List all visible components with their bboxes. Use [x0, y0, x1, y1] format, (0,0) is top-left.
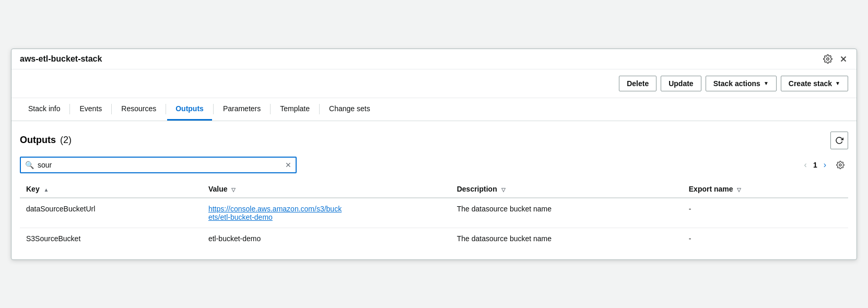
tab-divider-3 [166, 104, 166, 114]
desc-sort-icon[interactable]: ▽ [501, 187, 506, 193]
tab-events[interactable]: Events [71, 98, 110, 121]
tab-stack-info[interactable]: Stack info [20, 98, 68, 121]
gear-icon [823, 54, 832, 64]
search-clear-button[interactable]: ✕ [285, 161, 291, 169]
row1-export-name: - [683, 198, 848, 228]
tab-divider-4 [213, 104, 214, 114]
table-row: S3SourceBucket etl-bucket-demo The datas… [20, 228, 848, 249]
tab-divider-1 [69, 104, 70, 114]
search-wrap: 🔍 ✕ [20, 157, 297, 173]
row2-export-name: - [683, 228, 848, 249]
row2-value: etl-bucket-demo [202, 228, 451, 249]
tab-divider-6 [319, 104, 320, 114]
col-header-key: Key ▲ [20, 181, 202, 198]
toolbar: Delete Update Stack actions ▼ Create sta… [11, 69, 857, 98]
section-title: Outputs (2) [20, 135, 72, 146]
column-settings-icon [836, 161, 844, 169]
row1-value: https://console.aws.amazon.com/s3/bucket… [202, 198, 451, 228]
value-sort-icon[interactable]: ▽ [231, 187, 236, 193]
tab-outputs[interactable]: Outputs [167, 98, 212, 121]
svg-point-0 [827, 57, 829, 60]
row1-value-link[interactable]: https://console.aws.amazon.com/s3/bucket… [208, 205, 342, 221]
update-button[interactable]: Update [661, 76, 701, 91]
close-icon [839, 54, 848, 64]
delete-button[interactable]: Delete [619, 76, 656, 91]
pagination: ‹ 1 › [802, 157, 848, 173]
title-bar: aws-etl-bucket-stack [11, 49, 857, 69]
row2-key: S3SourceBucket [20, 228, 202, 249]
search-pagination-row: 🔍 ✕ ‹ 1 › [20, 157, 848, 173]
svg-point-3 [839, 164, 841, 166]
title-bar-icons [823, 54, 848, 64]
row1-description: The datasource bucket name [451, 198, 683, 228]
outputs-content: Outputs (2) 🔍 ✕ ‹ 1 › [11, 121, 857, 259]
key-sort-icon[interactable]: ▲ [44, 187, 49, 193]
col-header-description: Description ▽ [451, 181, 683, 198]
search-icon: 🔍 [25, 161, 34, 169]
stack-actions-caret-icon: ▼ [764, 80, 769, 86]
pagination-next-button[interactable]: › [822, 159, 828, 171]
refresh-icon [835, 136, 843, 145]
refresh-button[interactable] [830, 132, 848, 149]
col-header-value: Value ▽ [202, 181, 451, 198]
pagination-prev-button[interactable]: ‹ [802, 159, 809, 171]
row2-description: The datasource bucket name [451, 228, 683, 249]
create-stack-button[interactable]: Create stack ▼ [781, 76, 848, 91]
tab-resources[interactable]: Resources [113, 98, 165, 121]
tab-divider-5 [270, 104, 271, 114]
pagination-current: 1 [813, 161, 817, 169]
table-row: dataSourceBucketUrl https://console.aws.… [20, 198, 848, 228]
search-input[interactable] [20, 157, 297, 173]
tab-divider-2 [111, 104, 112, 114]
main-window: aws-etl-bucket-stack Delete Update Stack… [11, 49, 857, 260]
outputs-table: Key ▲ Value ▽ Description ▽ Export name … [20, 181, 848, 249]
create-stack-caret-icon: ▼ [835, 80, 840, 86]
column-settings-button[interactable] [832, 157, 848, 173]
stack-actions-button[interactable]: Stack actions ▼ [706, 76, 777, 91]
settings-icon-btn[interactable] [823, 54, 832, 64]
tab-change-sets[interactable]: Change sets [321, 98, 379, 121]
col-header-export-name: Export name ▽ [683, 181, 848, 198]
window-title: aws-etl-bucket-stack [20, 54, 102, 64]
close-button[interactable] [839, 54, 848, 64]
tabs-bar: Stack info Events Resources Outputs Para… [11, 98, 857, 121]
section-header: Outputs (2) [20, 132, 848, 149]
row1-key: dataSourceBucketUrl [20, 198, 202, 228]
tab-template[interactable]: Template [272, 98, 318, 121]
tab-parameters[interactable]: Parameters [215, 98, 269, 121]
export-sort-icon[interactable]: ▽ [737, 187, 741, 193]
